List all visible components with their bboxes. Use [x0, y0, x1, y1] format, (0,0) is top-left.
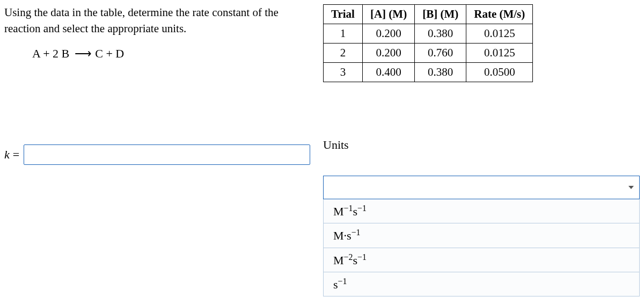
- units-label: Units: [323, 138, 640, 152]
- units-option[interactable]: M·s−1: [324, 223, 639, 247]
- k-symbol: k: [4, 148, 10, 162]
- rate-constant-input[interactable]: [24, 144, 310, 165]
- table-row: 1 0.200 0.380 0.0125: [324, 24, 533, 44]
- table-row: 3 0.400 0.380 0.0500: [324, 63, 533, 82]
- chevron-down-icon: [628, 186, 634, 189]
- right-arrow-icon: ⟶: [72, 47, 92, 61]
- table-row: 2 0.200 0.760 0.0125: [324, 44, 533, 63]
- units-dropdown[interactable]: M−1s−1 M·s−1 M−2s−1 s−1: [323, 176, 640, 296]
- table-header: [B] (M): [415, 5, 466, 24]
- table-header: Rate (M/s): [466, 5, 533, 24]
- reaction-equation: A + 2 B ⟶ C + D: [32, 47, 310, 61]
- equals-sign: =: [13, 148, 19, 162]
- units-selected-value[interactable]: [323, 176, 640, 199]
- data-table: Trial [A] (M) [B] (M) Rate (M/s) 1 0.200…: [323, 4, 533, 82]
- units-option[interactable]: M−1s−1: [324, 199, 639, 223]
- units-option[interactable]: M−2s−1: [324, 248, 639, 272]
- table-header: [A] (M): [362, 5, 414, 24]
- rate-constant-row: k =: [4, 144, 310, 165]
- table-header: Trial: [324, 5, 363, 24]
- units-option[interactable]: s−1: [324, 272, 639, 296]
- problem-prompt: Using the data in the table, determine t…: [4, 4, 310, 37]
